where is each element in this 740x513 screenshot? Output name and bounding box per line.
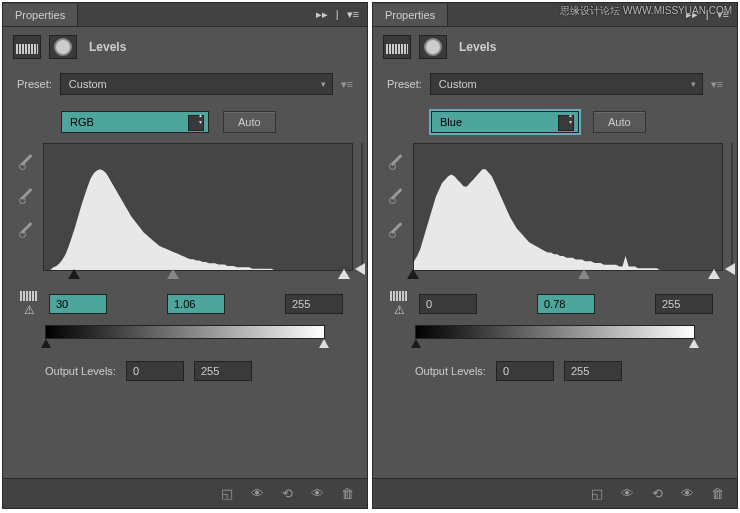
mask-icon xyxy=(424,38,442,56)
shadow-slider-handle[interactable] xyxy=(407,269,419,279)
input-slider-track[interactable] xyxy=(413,269,723,281)
levels-icon xyxy=(16,40,38,54)
output-highlight-input[interactable] xyxy=(194,361,252,381)
divider-icon: | xyxy=(336,8,339,21)
input-slider-track[interactable] xyxy=(43,269,353,281)
midtone-slider-handle[interactable] xyxy=(578,269,590,279)
shadow-input[interactable] xyxy=(419,294,477,314)
midtone-input[interactable] xyxy=(537,294,595,314)
properties-panel-right: Properties ▸▸ | ▾≡ Levels Preset: Custom… xyxy=(372,2,738,509)
panel-menu-icon[interactable]: ▾≡ xyxy=(347,8,359,21)
midtone-input[interactable] xyxy=(167,294,225,314)
shadow-input[interactable] xyxy=(49,294,107,314)
auto-button[interactable]: Auto xyxy=(593,111,646,133)
auto-button[interactable]: Auto xyxy=(223,111,276,133)
midtone-slider-handle[interactable] xyxy=(167,269,179,279)
adjustment-title: Levels xyxy=(459,40,496,54)
gray-point-eyedropper-icon[interactable] xyxy=(17,185,37,205)
preset-menu-icon[interactable]: ▾≡ xyxy=(711,78,723,91)
output-gradient[interactable] xyxy=(45,325,325,339)
properties-tab[interactable]: Properties xyxy=(3,4,78,26)
properties-tab[interactable]: Properties xyxy=(373,4,448,26)
output-gradient[interactable] xyxy=(415,325,695,339)
highlight-input[interactable] xyxy=(655,294,713,314)
white-point-eyedropper-icon[interactable] xyxy=(17,219,37,239)
mask-icon-box[interactable] xyxy=(49,35,77,59)
white-point-eyedropper-icon[interactable] xyxy=(387,219,407,239)
vertical-slider[interactable] xyxy=(357,143,367,271)
vertical-slider-handle-icon[interactable] xyxy=(725,263,735,275)
delete-icon[interactable]: 🗑 xyxy=(703,483,731,505)
mask-icon xyxy=(54,38,72,56)
panel-footer: ◱ 👁 ⟲ 👁 🗑 xyxy=(373,478,737,508)
reset-icon[interactable]: ⟲ xyxy=(643,483,671,505)
panel-header: Properties ▸▸ | ▾≡ xyxy=(3,3,367,27)
levels-small-icon xyxy=(390,291,408,301)
channel-value: RGB xyxy=(70,116,94,128)
warning-icon: ⚠ xyxy=(24,303,35,317)
gray-point-eyedropper-icon[interactable] xyxy=(387,185,407,205)
toggle-visibility-icon[interactable]: 👁 xyxy=(673,483,701,505)
adjustment-type-icon[interactable] xyxy=(383,35,411,59)
clip-to-layer-icon[interactable]: ◱ xyxy=(213,483,241,505)
preset-menu-icon[interactable]: ▾≡ xyxy=(341,78,353,91)
preset-value: Custom xyxy=(69,78,107,90)
shadow-slider-handle[interactable] xyxy=(68,269,80,279)
highlight-slider-handle[interactable] xyxy=(708,269,720,279)
output-label: Output Levels: xyxy=(415,365,486,377)
black-point-eyedropper-icon[interactable] xyxy=(387,151,407,171)
black-point-eyedropper-icon[interactable] xyxy=(17,151,37,171)
histogram-chart xyxy=(414,144,722,270)
svg-marker-1 xyxy=(414,169,722,270)
adjustment-type-icon[interactable] xyxy=(13,35,41,59)
channel-dropdown[interactable]: Blue xyxy=(431,111,579,133)
mask-icon-box[interactable] xyxy=(419,35,447,59)
output-shadow-handle[interactable] xyxy=(411,339,421,348)
watermark-text: 思缘设计论坛 WWW.MISSYUAN.COM xyxy=(560,4,732,18)
warning-icon: ⚠ xyxy=(394,303,405,317)
clip-to-layer-icon[interactable]: ◱ xyxy=(583,483,611,505)
highlight-slider-handle[interactable] xyxy=(338,269,350,279)
panel-footer: ◱ 👁 ⟲ 👁 🗑 xyxy=(3,478,367,508)
output-shadow-handle[interactable] xyxy=(41,339,51,348)
histogram-display xyxy=(43,143,353,271)
preset-dropdown[interactable]: Custom xyxy=(430,73,703,95)
reset-icon[interactable]: ⟲ xyxy=(273,483,301,505)
levels-small-icon xyxy=(20,291,38,301)
properties-panel-left: Properties ▸▸ | ▾≡ Levels Preset: Custom… xyxy=(2,2,368,509)
view-previous-icon[interactable]: 👁 xyxy=(243,483,271,505)
preset-label: Preset: xyxy=(17,78,52,90)
histogram-display xyxy=(413,143,723,271)
output-shadow-input[interactable] xyxy=(496,361,554,381)
adjustment-title: Levels xyxy=(89,40,126,54)
preset-label: Preset: xyxy=(387,78,422,90)
output-highlight-input[interactable] xyxy=(564,361,622,381)
channel-dropdown[interactable]: RGB xyxy=(61,111,209,133)
delete-icon[interactable]: 🗑 xyxy=(333,483,361,505)
svg-marker-0 xyxy=(44,169,352,270)
levels-icon xyxy=(386,40,408,54)
clip-warning[interactable]: ⚠ xyxy=(387,291,411,317)
highlight-input[interactable] xyxy=(285,294,343,314)
preset-dropdown[interactable]: Custom xyxy=(60,73,333,95)
output-label: Output Levels: xyxy=(45,365,116,377)
preset-value: Custom xyxy=(439,78,477,90)
clip-warning[interactable]: ⚠ xyxy=(17,291,41,317)
output-highlight-handle[interactable] xyxy=(319,339,329,348)
output-highlight-handle[interactable] xyxy=(689,339,699,348)
vertical-slider[interactable] xyxy=(727,143,737,271)
output-shadow-input[interactable] xyxy=(126,361,184,381)
vertical-slider-handle-icon[interactable] xyxy=(355,263,365,275)
toggle-visibility-icon[interactable]: 👁 xyxy=(303,483,331,505)
collapse-icon[interactable]: ▸▸ xyxy=(316,8,328,21)
view-previous-icon[interactable]: 👁 xyxy=(613,483,641,505)
histogram-chart xyxy=(44,144,352,270)
channel-value: Blue xyxy=(440,116,462,128)
